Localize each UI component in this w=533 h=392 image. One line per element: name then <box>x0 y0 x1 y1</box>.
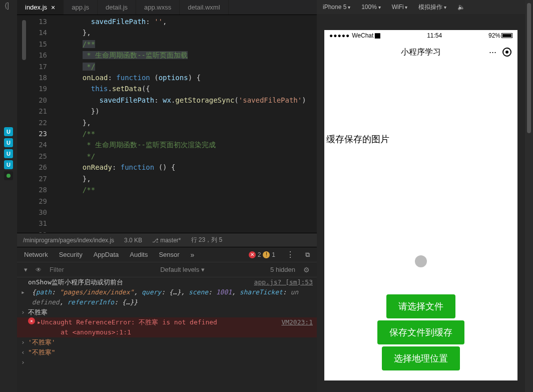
tab-index-js[interactable]: index.js × <box>17 0 64 15</box>
wifi-icon <box>373 32 380 39</box>
warning-icon: ! <box>263 251 270 258</box>
devtools-tab-sensor[interactable]: Sensor <box>159 251 179 258</box>
devtools-tabbar: Network Security AppData Audits Sensor »… <box>17 247 317 262</box>
console-output[interactable]: onShow监听小程序启动或切前台app.js? [sm]:53▸ {path:… <box>17 277 317 392</box>
console-toolbar: ▾ Default levels 5 hidden ⚙ <box>17 262 317 277</box>
tab-label: app.wxss <box>144 4 171 11</box>
simulator-panel: iPhone 5 100% WiFi 模拟操作 ●●●●● WeChat 11:… <box>317 0 525 392</box>
hidden-count[interactable]: 5 hidden <box>270 266 295 273</box>
phone-content: 缓存保存的图片 <box>324 63 517 267</box>
editor-tabbar: index.js × app.js detail.js app.wxss det… <box>17 0 317 15</box>
tab-detail-wxml[interactable]: detail.wxml <box>180 0 228 15</box>
tab-app-js[interactable]: app.js <box>64 0 98 15</box>
git-branch[interactable]: master* <box>152 237 181 244</box>
chevron-down-icon[interactable]: ▾ <box>24 266 28 273</box>
scm-status-badge[interactable]: U <box>4 138 13 147</box>
devtools-tab-network[interactable]: Network <box>24 251 48 258</box>
battery-indicator: 92% <box>488 32 512 39</box>
scm-status-badge[interactable]: U <box>4 127 13 136</box>
devtools-tab-appdata[interactable]: AppData <box>94 251 119 258</box>
tab-label: app.js <box>72 4 89 11</box>
clock: 11:54 <box>380 32 488 39</box>
file-path: /miniprogram/pages/index/index.js <box>23 237 114 244</box>
choose-location-button[interactable]: 选择地理位置 <box>382 346 460 370</box>
phone-navbar: 小程序学习 ··· <box>324 41 517 63</box>
battery-icon <box>501 33 512 38</box>
simulator-scrollbar[interactable] <box>525 0 533 392</box>
error-count-badge[interactable]: ✕ 2 ! 1 <box>249 251 275 258</box>
tab-label: detail.wxml <box>188 4 220 11</box>
file-size: 3.0 KB <box>124 237 142 244</box>
loading-dot-icon <box>415 255 427 267</box>
devtools-tab-audits[interactable]: Audits <box>130 251 148 258</box>
action-buttons-group: 请选择文件 保存文件到缓存 选择地理位置 <box>324 294 517 370</box>
section-caption: 缓存保存的图片 <box>324 133 517 145</box>
editor-column: index.js × app.js detail.js app.wxss det… <box>17 0 317 392</box>
scm-status-badge[interactable]: U <box>4 149 13 158</box>
filter-input[interactable] <box>50 266 95 273</box>
unsaved-indicator-icon <box>4 171 13 180</box>
capsule-menu: ··· <box>489 47 511 58</box>
devtools-tab-security[interactable]: Security <box>59 251 83 258</box>
speaker-icon[interactable] <box>457 4 465 11</box>
minimap-scrollbar[interactable] <box>17 15 31 233</box>
log-level-dropdown[interactable]: Default levels <box>160 266 205 273</box>
code-content[interactable]: savedFilePath: '', }, /** * 生命周期函数--监听页面… <box>54 15 317 233</box>
editor-statusbar: /miniprogram/pages/index/index.js 3.0 KB… <box>17 233 317 247</box>
save-to-cache-button[interactable]: 保存文件到缓存 <box>377 320 464 344</box>
code-editor[interactable]: 1314151617181920212223242526272829303132… <box>17 15 317 233</box>
carrier-label: WeChat <box>352 32 373 39</box>
tab-app-wxss[interactable]: app.wxss <box>136 0 180 15</box>
close-miniapp-icon[interactable] <box>502 48 511 57</box>
zoom-dropdown[interactable]: 100% <box>361 4 380 11</box>
line-number-gutter: 1314151617181920212223242526272829303132 <box>31 15 54 233</box>
device-dropdown[interactable]: iPhone 5 <box>323 4 350 11</box>
tab-label: index.js <box>25 4 47 11</box>
activity-bar: U U U U <box>0 0 17 392</box>
phone-viewport: ●●●●● WeChat 11:54 92% 小程序学习 ··· 缓存保存的图片 <box>317 14 525 392</box>
operate-dropdown[interactable]: 模拟操作 <box>418 3 446 12</box>
eye-icon[interactable] <box>36 266 42 273</box>
phone-statusbar: ●●●●● WeChat 11:54 92% <box>324 30 517 41</box>
error-icon: ✕ <box>249 251 256 258</box>
scm-status-badge[interactable]: U <box>4 160 13 169</box>
gear-icon[interactable]: ⚙ <box>303 266 310 274</box>
network-dropdown[interactable]: WiFi <box>392 4 408 11</box>
close-icon[interactable]: × <box>51 4 55 12</box>
kebab-menu-icon[interactable]: ⋮ <box>286 250 294 259</box>
dock-icon[interactable]: ⧉ <box>305 251 310 259</box>
signal-icon: ●●●●● <box>329 32 350 39</box>
scrollbar-thumb[interactable] <box>527 3 531 133</box>
scrollbar-thumb[interactable] <box>22 20 26 60</box>
choose-file-button[interactable]: 请选择文件 <box>386 294 455 318</box>
collapse-panel-icon[interactable] <box>4 3 14 13</box>
phone-screen[interactable]: ●●●●● WeChat 11:54 92% 小程序学习 ··· 缓存保存的图片 <box>324 30 517 380</box>
tab-label: detail.js <box>106 4 128 11</box>
simulator-toolbar: iPhone 5 100% WiFi 模拟操作 <box>317 0 525 14</box>
page-title: 小程序学习 <box>401 47 441 58</box>
cursor-position[interactable]: 行 23，列 5 <box>191 236 223 244</box>
more-tabs-icon[interactable]: » <box>191 251 195 259</box>
devtools-panel: Network Security AppData Audits Sensor »… <box>17 247 317 392</box>
tab-detail-js[interactable]: detail.js <box>98 0 136 15</box>
menu-dots-icon[interactable]: ··· <box>489 47 496 58</box>
